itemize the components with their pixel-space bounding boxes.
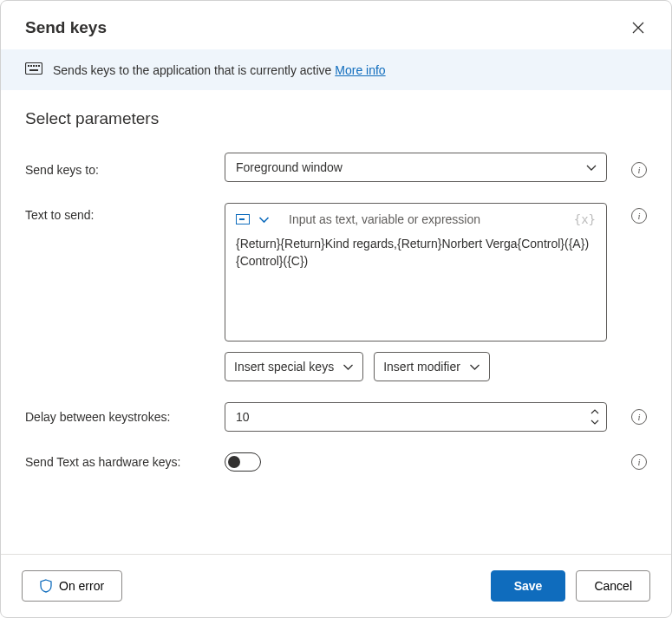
close-icon [632, 22, 644, 34]
banner-text: Sends keys to the application that is cu… [53, 63, 386, 77]
close-button[interactable] [630, 19, 647, 36]
delay-value: 10 [236, 410, 250, 424]
hardware-toggle[interactable] [225, 452, 261, 472]
on-error-label: On error [59, 579, 104, 593]
info-icon[interactable]: i [631, 409, 647, 425]
save-button[interactable]: Save [491, 570, 566, 602]
text-to-send-value: {Return}{Return}Kind regards,{Return}Nor… [236, 235, 596, 270]
row-delay: Delay between keystrokes: 10 i [25, 402, 647, 432]
input-placeholder: Input as text, variable or expression [289, 212, 480, 226]
dialog-content: Select parameters Send keys to: Foregrou… [1, 90, 671, 554]
text-to-send-label: Text to send: [25, 203, 225, 222]
dialog-title: Send keys [25, 18, 107, 37]
delay-label: Delay between keystrokes: [25, 410, 225, 424]
toggle-knob [228, 456, 240, 468]
svg-rect-4 [36, 65, 37, 67]
cancel-button[interactable]: Cancel [576, 570, 650, 602]
cancel-label: Cancel [594, 579, 632, 593]
insert-special-keys-button[interactable]: Insert special keys [225, 352, 363, 381]
chevron-down-icon [590, 420, 599, 425]
info-icon[interactable]: i [631, 208, 647, 224]
insert-modifier-label: Insert modifier [383, 360, 460, 374]
insert-buttons: Insert special keys Insert modifier [225, 352, 607, 381]
svg-rect-1 [28, 65, 29, 67]
input-header: Input as text, variable or expression {x… [236, 212, 596, 226]
info-banner: Sends keys to the application that is cu… [1, 49, 671, 90]
save-label: Save [514, 579, 543, 593]
delay-input[interactable]: 10 [225, 402, 607, 432]
svg-rect-0 [26, 63, 42, 75]
send-to-value: Foreground window [236, 160, 343, 174]
spin-up-button[interactable] [589, 407, 601, 417]
svg-rect-6 [29, 69, 38, 71]
input-type-icon [236, 214, 250, 224]
shield-icon [40, 579, 52, 593]
hardware-label: Send Text as hardware keys: [25, 455, 225, 469]
variable-icon[interactable]: {x} [574, 212, 596, 226]
spin-down-button[interactable] [589, 417, 601, 427]
dialog-footer: On error Save Cancel [1, 554, 671, 617]
chevron-up-icon [590, 409, 599, 414]
chevron-down-icon [469, 363, 480, 371]
insert-special-label: Insert special keys [234, 360, 334, 374]
chevron-down-icon [585, 160, 597, 174]
keyboard-icon [25, 62, 42, 77]
more-info-link[interactable]: More info [335, 63, 385, 77]
info-icon[interactable]: i [631, 454, 647, 470]
text-to-send-input[interactable]: Input as text, variable or expression {x… [225, 203, 607, 342]
insert-modifier-button[interactable]: Insert modifier [374, 352, 490, 381]
dialog-header: Send keys [1, 1, 671, 49]
row-hardware-keys: Send Text as hardware keys: i [25, 452, 647, 472]
row-text-to-send: Text to send: Input as text, variable or… [25, 203, 647, 381]
banner-message: Sends keys to the application that is cu… [53, 63, 335, 77]
chevron-down-icon [343, 363, 354, 371]
svg-rect-2 [30, 65, 32, 67]
on-error-button[interactable]: On error [22, 570, 122, 602]
send-to-label: Send keys to: [25, 158, 225, 177]
svg-rect-5 [38, 65, 40, 67]
svg-rect-3 [33, 65, 35, 67]
row-send-to: Send keys to: Foreground window i [25, 153, 647, 182]
info-icon[interactable]: i [631, 162, 647, 178]
send-keys-dialog: Send keys Sends keys to the application … [0, 0, 672, 618]
chevron-down-icon[interactable] [258, 212, 270, 226]
send-to-select[interactable]: Foreground window [225, 153, 607, 182]
section-title: Select parameters [25, 109, 647, 128]
